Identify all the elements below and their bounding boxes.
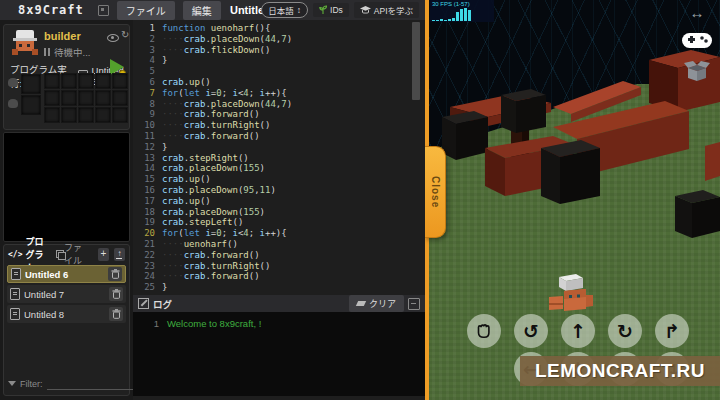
file-row[interactable]: Untitled 8 bbox=[7, 305, 126, 323]
inventory-cell[interactable] bbox=[44, 90, 60, 106]
inventory-cell[interactable] bbox=[95, 107, 111, 123]
log-clear-button[interactable]: クリア bbox=[349, 295, 404, 312]
inventory-cell[interactable] bbox=[61, 107, 77, 123]
code-line[interactable]: 1function uenoharf(){ bbox=[133, 23, 425, 34]
code-line[interactable]: 25} bbox=[133, 282, 425, 293]
held-item-slot[interactable] bbox=[21, 95, 41, 115]
ids-button[interactable]: IDs bbox=[313, 3, 349, 17]
control-rotate-ccw-button[interactable]: ↺ bbox=[514, 314, 548, 348]
file-menu-button[interactable]: ファイル bbox=[117, 1, 175, 20]
control-rotate-cw-button[interactable]: ↻ bbox=[608, 314, 642, 348]
code-text: ····crab.forward() bbox=[162, 109, 260, 120]
code-line[interactable]: 3····crab.flickDown() bbox=[133, 45, 425, 56]
inventory-cell[interactable] bbox=[112, 107, 128, 123]
delete-file-button[interactable] bbox=[109, 287, 123, 301]
code-line[interactable]: 13crab.stepRight() bbox=[133, 153, 425, 164]
edit-menu-button[interactable]: 編集 bbox=[183, 1, 221, 20]
resize-horizontal-icon[interactable]: ↔ bbox=[690, 6, 705, 20]
log-body[interactable]: 1Welcome to 8x9craft, ! bbox=[133, 312, 425, 396]
line-number: 12 bbox=[133, 142, 162, 153]
character-status: 待機中... bbox=[44, 45, 90, 59]
file-row[interactable]: Untitled 6 bbox=[7, 265, 126, 283]
code-line[interactable]: 12} bbox=[133, 142, 425, 153]
files-stack-icon bbox=[56, 250, 61, 258]
language-select[interactable]: 日本語 ↕ bbox=[261, 2, 308, 18]
inventory-cell[interactable] bbox=[44, 73, 60, 89]
code-line[interactable]: 5 bbox=[133, 66, 425, 77]
box-icon[interactable] bbox=[684, 60, 710, 82]
sidebar-toggle-icon[interactable] bbox=[98, 5, 109, 16]
code-line[interactable]: 15crab.up() bbox=[133, 174, 425, 185]
code-line[interactable]: 4} bbox=[133, 55, 425, 66]
inventory-cell[interactable] bbox=[61, 90, 77, 106]
code-text: ····crab.turnRight() bbox=[162, 120, 270, 131]
code-line[interactable]: 21····uenoharf() bbox=[133, 239, 425, 250]
code-line[interactable]: 19crab.stepLeft() bbox=[133, 217, 425, 228]
add-program-button[interactable]: + bbox=[98, 248, 109, 261]
inventory-cell[interactable] bbox=[78, 90, 94, 106]
files-panel-header: </> プログラム ファイル + ↑ bbox=[4, 245, 129, 263]
code-line[interactable]: 8····crab.placeDown(44,7) bbox=[133, 99, 425, 110]
app-logo: 8x9Craft bbox=[18, 3, 84, 17]
code-line[interactable]: 14crab.placeDown(155) bbox=[133, 163, 425, 174]
inventory-cell[interactable] bbox=[78, 107, 94, 123]
inventory-cell[interactable] bbox=[95, 90, 111, 106]
code-line[interactable]: 17crab.up() bbox=[133, 196, 425, 207]
line-number: 7 bbox=[133, 88, 162, 99]
character-preview-viewport[interactable] bbox=[3, 132, 130, 242]
status-text: 待機中... bbox=[54, 45, 90, 59]
code-line[interactable]: 2····crab.placeDown(44,7) bbox=[133, 34, 425, 45]
visibility-eye-icon[interactable] bbox=[107, 34, 119, 42]
code-line[interactable]: 24····crab.forward() bbox=[133, 271, 425, 282]
fps-meter: 30 FPS (1-57) bbox=[430, 0, 494, 22]
game-viewport[interactable]: 30 FPS (1-57) ↔ ↺↑↻↱ ←↓→↴ LEMONCRAFT.RU bbox=[425, 0, 720, 400]
log-collapse-icon[interactable] bbox=[408, 298, 420, 310]
inventory-cell[interactable] bbox=[78, 73, 94, 89]
code-text: ····crab.forward() bbox=[162, 131, 260, 142]
inventory-cell[interactable] bbox=[44, 107, 60, 123]
code-line[interactable]: 7for(let i=0; i<4; i++){ bbox=[133, 88, 425, 99]
file-list: Untitled 6Untitled 7Untitled 8 bbox=[4, 265, 129, 323]
log-entry: 1Welcome to 8x9craft, ! bbox=[133, 317, 425, 330]
gamepad-icon[interactable] bbox=[682, 29, 712, 51]
line-number: 21 bbox=[133, 239, 162, 250]
code-line[interactable]: 6crab.up() bbox=[133, 77, 425, 88]
delete-file-button[interactable] bbox=[108, 267, 122, 281]
code-line[interactable]: 20for(let i=0; i<4; i++){ bbox=[133, 228, 425, 239]
watermark-banner: LEMONCRAFT.RU bbox=[520, 356, 720, 386]
control-up-button[interactable]: ↑ bbox=[561, 314, 595, 348]
hand-glyph bbox=[474, 321, 494, 341]
tab-file-label: ファイル bbox=[64, 241, 88, 267]
held-item-slot[interactable] bbox=[21, 74, 41, 94]
code-line[interactable]: 16crab.placeDown(95,11) bbox=[133, 185, 425, 196]
inventory-cell[interactable] bbox=[61, 73, 77, 89]
control-turn-up-button[interactable]: ↱ bbox=[655, 314, 689, 348]
close-panel-button[interactable]: Close bbox=[425, 146, 446, 238]
code-text: ····crab.forward() bbox=[162, 271, 260, 282]
tab-file[interactable]: ファイル bbox=[56, 241, 88, 267]
hand-slot-icon bbox=[8, 99, 18, 108]
line-number: 5 bbox=[133, 66, 162, 77]
file-row[interactable]: Untitled 7 bbox=[7, 285, 126, 303]
rotate-icon[interactable]: ↻ bbox=[121, 29, 129, 40]
learn-api-button[interactable]: APIを学ぶ bbox=[354, 2, 419, 18]
code-line[interactable]: 18crab.placeDown(155) bbox=[133, 207, 425, 218]
editor-scrollbar[interactable] bbox=[412, 22, 420, 100]
inventory-cell[interactable] bbox=[112, 73, 128, 89]
code-line[interactable]: 9····crab.forward() bbox=[133, 109, 425, 120]
code-line[interactable]: 10····crab.turnRight() bbox=[133, 120, 425, 131]
code-line[interactable]: 11····crab.forward() bbox=[133, 131, 425, 142]
pause-icon bbox=[44, 48, 50, 56]
code-text: ····crab.forward() bbox=[162, 250, 260, 261]
control-hand-button[interactable] bbox=[467, 314, 501, 348]
delete-file-button[interactable] bbox=[109, 307, 123, 321]
code-line[interactable]: 23····crab.turnRight() bbox=[133, 261, 425, 272]
log-header: ログ クリア bbox=[133, 295, 425, 312]
line-number: 20 bbox=[133, 228, 162, 239]
code-editor[interactable]: 1function uenoharf(){2····crab.placeDown… bbox=[133, 20, 425, 295]
line-number: 1 bbox=[133, 23, 162, 34]
code-line[interactable]: 22····crab.forward() bbox=[133, 250, 425, 261]
upload-program-button[interactable]: ↑ bbox=[114, 248, 125, 261]
inventory-cell[interactable] bbox=[95, 73, 111, 89]
inventory-cell[interactable] bbox=[112, 90, 128, 106]
